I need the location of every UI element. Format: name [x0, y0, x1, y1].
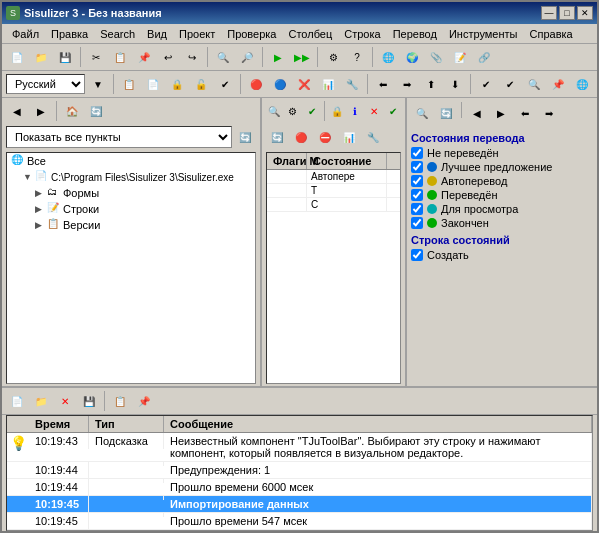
mid-tb12[interactable]: 🔧 [362, 126, 384, 148]
tb-extra1[interactable]: 🌐 [377, 46, 399, 68]
maximize-button[interactable]: □ [559, 6, 575, 20]
mid-tb10[interactable]: ⛔ [314, 126, 336, 148]
btm-new[interactable]: 📄 [6, 390, 28, 412]
btm-open[interactable]: 📁 [30, 390, 52, 412]
right-tb5[interactable]: ⬅ [514, 102, 536, 124]
tb-help[interactable]: ? [346, 46, 368, 68]
tb-extra2[interactable]: 🌍 [401, 46, 423, 68]
message-row[interactable]: 10:19:44 Предупреждения: 1 [7, 462, 592, 479]
tb-undo[interactable]: ↩ [157, 46, 179, 68]
table-row[interactable]: Т [267, 184, 400, 198]
message-row[interactable]: 10:19:45 Импортирование данных [7, 496, 592, 513]
tb-r15[interactable]: ✔ [475, 73, 497, 95]
menu-translate[interactable]: Перевод [387, 26, 443, 42]
mid-tb4[interactable]: 🔒 [329, 100, 346, 122]
tree-root[interactable]: 🌐 Все [7, 153, 255, 169]
btm-copy[interactable]: 📋 [109, 390, 131, 412]
tb-settings[interactable]: ⚙ [322, 46, 344, 68]
tb-run2[interactable]: ▶▶ [291, 46, 313, 68]
tb-extra3[interactable]: 📎 [425, 46, 447, 68]
nav-refresh[interactable]: 🔄 [85, 100, 107, 122]
menu-tools[interactable]: Инструменты [443, 26, 524, 42]
menu-row[interactable]: Строка [338, 26, 386, 42]
state-check-3[interactable] [411, 189, 423, 201]
tb-r4[interactable]: 🔓 [190, 73, 212, 95]
menu-file[interactable]: Файл [6, 26, 45, 42]
tb-r12[interactable]: ➡ [396, 73, 418, 95]
filter-refresh[interactable]: 🔄 [234, 126, 256, 148]
tree-forms-node[interactable]: ▶ 🗂 Формы [31, 185, 255, 201]
nav-back[interactable]: ◀ [6, 100, 28, 122]
tb-r1[interactable]: 📋 [118, 73, 140, 95]
tree-strings-node[interactable]: ▶ 📝 Строки [31, 201, 255, 217]
mid-tb1[interactable]: 🔍 [266, 100, 283, 122]
tb-extra5[interactable]: 🔗 [473, 46, 495, 68]
state-check-4[interactable] [411, 203, 423, 215]
tb-r14[interactable]: ⬇ [444, 73, 466, 95]
right-tb1[interactable]: 🔍 [411, 102, 433, 124]
tb-extra4[interactable]: 📝 [449, 46, 471, 68]
tb-redo[interactable]: ↪ [181, 46, 203, 68]
tb-r2[interactable]: 📄 [142, 73, 164, 95]
state-check-5[interactable] [411, 217, 423, 229]
tb-r10[interactable]: 🔧 [341, 73, 363, 95]
tb-new[interactable]: 📄 [6, 46, 28, 68]
tb-open[interactable]: 📁 [30, 46, 52, 68]
state-check-2[interactable] [411, 175, 423, 187]
tree-versions-node[interactable]: ▶ 📋 Версии [31, 217, 255, 233]
mid-tb3[interactable]: ✔ [303, 100, 320, 122]
btm-delete[interactable]: ✕ [54, 390, 76, 412]
right-tb2[interactable]: 🔄 [435, 102, 457, 124]
tree-exe-node[interactable]: ▼ 📄 C:\Program Files\Sisulizer 3\Sisuliz… [19, 169, 255, 185]
menu-search[interactable]: Search [94, 26, 141, 42]
mid-tb8[interactable]: 🔄 [266, 126, 288, 148]
tb-zoom2[interactable]: 🔎 [236, 46, 258, 68]
tb-r8[interactable]: ❌ [293, 73, 315, 95]
menu-edit[interactable]: Правка [45, 26, 94, 42]
status-line-check-0[interactable] [411, 249, 423, 261]
right-tb6[interactable]: ➡ [538, 102, 560, 124]
tb-r9[interactable]: 📊 [317, 73, 339, 95]
tb-r5[interactable]: ✔ [214, 73, 236, 95]
tb-r17[interactable]: 🔍 [523, 73, 545, 95]
tb-r7[interactable]: 🔵 [269, 73, 291, 95]
tb-lang-drop[interactable]: ▼ [87, 73, 109, 95]
tb-save[interactable]: 💾 [54, 46, 76, 68]
message-row[interactable]: 💡 10:19:43 Подсказка Неизвестный компоне… [7, 433, 592, 462]
tb-cut[interactable]: ✂ [85, 46, 107, 68]
nav-home[interactable]: 🏠 [61, 100, 83, 122]
right-tb4[interactable]: ▶ [490, 102, 512, 124]
table-row[interactable]: С [267, 198, 400, 212]
btm-paste[interactable]: 📌 [133, 390, 155, 412]
tb-run[interactable]: ▶ [267, 46, 289, 68]
menu-column[interactable]: Столбец [283, 26, 339, 42]
btm-save[interactable]: 💾 [78, 390, 100, 412]
tb-r13[interactable]: ⬆ [420, 73, 442, 95]
tb-zoom[interactable]: 🔍 [212, 46, 234, 68]
message-row[interactable]: 10:19:44 Прошло времени 6000 мсек [7, 479, 592, 496]
mid-tb2[interactable]: ⚙ [285, 100, 302, 122]
mid-tb7[interactable]: ✔ [384, 100, 401, 122]
tb-r6[interactable]: 🔴 [245, 73, 267, 95]
tb-r18[interactable]: 📌 [547, 73, 569, 95]
right-tb3[interactable]: ◀ [466, 102, 488, 124]
menu-project[interactable]: Проект [173, 26, 221, 42]
mid-tb6[interactable]: ✕ [366, 100, 383, 122]
language-dropdown[interactable]: Русский [6, 74, 85, 94]
state-check-0[interactable] [411, 147, 423, 159]
mid-tb9[interactable]: 🔴 [290, 126, 312, 148]
table-row[interactable]: Автопере [267, 170, 400, 184]
mid-tb11[interactable]: 📊 [338, 126, 360, 148]
nav-forward[interactable]: ▶ [30, 100, 52, 122]
tb-r19[interactable]: 🌐 [571, 73, 593, 95]
minimize-button[interactable]: — [541, 6, 557, 20]
filter-dropdown[interactable]: Показать все пункты [6, 126, 232, 148]
message-row[interactable]: 10:19:45 Прошло времени 547 мсек [7, 513, 592, 530]
menu-view[interactable]: Вид [141, 26, 173, 42]
tb-paste[interactable]: 📌 [133, 46, 155, 68]
menu-help[interactable]: Справка [524, 26, 579, 42]
tb-r11[interactable]: ⬅ [372, 73, 394, 95]
close-button[interactable]: ✕ [577, 6, 593, 20]
state-check-1[interactable] [411, 161, 423, 173]
tb-r16[interactable]: ✔ [499, 73, 521, 95]
